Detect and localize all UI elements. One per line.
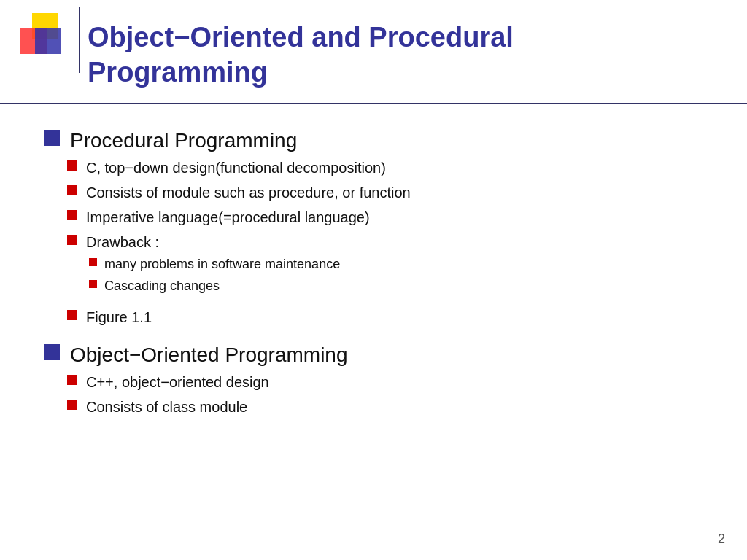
item-label: Consists of module such as procedure, or… — [86, 182, 730, 203]
sub-list: C++, object−oriented design Consists of … — [67, 372, 730, 421]
bullet-red-icon — [67, 185, 77, 195]
title-line2: Programming — [88, 57, 268, 88]
bullet-red-small-icon — [89, 258, 97, 266]
list-item-row: Object−Oriented Programming — [44, 341, 348, 369]
item-label: Object−Oriented Programming — [70, 341, 348, 369]
slide: Object−Oriented and Procedural Programmi… — [0, 0, 747, 560]
header-divider-vertical — [79, 7, 80, 73]
slide-header: Object−Oriented and Procedural Programmi… — [0, 0, 747, 104]
list-item: Consists of class module — [67, 397, 730, 417]
item-label: Cascading changes — [104, 277, 747, 295]
bullet-red-icon — [67, 400, 77, 410]
slide-title: Object−Oriented and Procedural Programmi… — [88, 20, 703, 90]
list-item: Procedural Programming C, top−down desig… — [44, 126, 707, 335]
item-label: many problems in software maintenance — [104, 255, 747, 273]
list-item: Cascading changes — [89, 277, 747, 295]
sub-list: C, top−down design(functional decomposit… — [67, 158, 730, 331]
list-item: Drawback : many problems in software mai… — [67, 232, 730, 302]
bullet-red-icon — [67, 210, 77, 220]
logo — [20, 13, 71, 64]
item-label: Imperative language(=procedural language… — [86, 207, 730, 228]
list-item: Imperative language(=procedural language… — [67, 207, 730, 228]
list-item-row: Drawback : — [67, 232, 159, 252]
item-label: C, top−down design(functional decomposit… — [86, 158, 730, 178]
bullet-red-icon — [67, 310, 77, 320]
logo-squares — [20, 13, 71, 64]
item-label: Consists of class module — [86, 397, 730, 417]
item-label: Drawback : — [86, 232, 159, 252]
item-label: Figure 1.1 — [86, 307, 730, 327]
bullet-red-small-icon — [89, 280, 97, 288]
list-item: Figure 1.1 — [67, 307, 730, 327]
sub-sub-list: many problems in software maintenance Ca… — [89, 255, 747, 299]
page-number: 2 — [718, 532, 725, 547]
list-item: many problems in software maintenance — [89, 255, 747, 273]
bullet-red-icon — [67, 375, 77, 385]
item-label: C++, object−oriented design — [86, 372, 730, 392]
list-item: C, top−down design(functional decomposit… — [67, 158, 730, 178]
list-item: Object−Oriented Programming C++, object−… — [44, 341, 707, 424]
bullet-red-icon — [67, 160, 77, 171]
item-label: Procedural Programming — [70, 126, 297, 155]
main-list: Procedural Programming C, top−down desig… — [44, 126, 707, 424]
list-item: C++, object−oriented design — [67, 372, 730, 392]
logo-square-blue — [35, 28, 61, 54]
list-item-row: Procedural Programming — [44, 126, 297, 155]
bullet-blue-large-icon — [44, 130, 60, 146]
title-line1: Object−Oriented and Procedural — [88, 22, 514, 52]
bullet-blue-large-icon — [44, 344, 60, 360]
bullet-red-icon — [67, 235, 77, 245]
list-item: Consists of module such as procedure, or… — [67, 182, 730, 203]
slide-content: Procedural Programming C, top−down desig… — [0, 119, 747, 438]
